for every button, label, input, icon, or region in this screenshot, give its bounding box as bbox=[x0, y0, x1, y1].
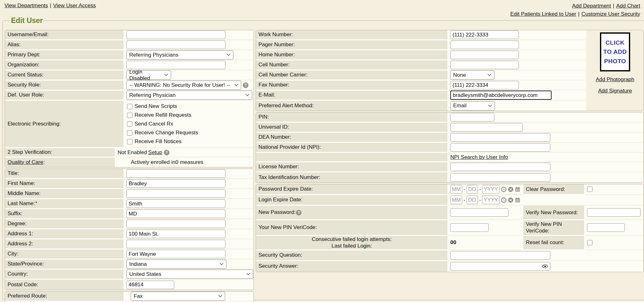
fax-number-input[interactable] bbox=[450, 81, 519, 89]
email-label: E-Mail: bbox=[256, 91, 448, 101]
security-question-input[interactable] bbox=[450, 251, 550, 260]
def-user-role-select[interactable]: Referring Physician bbox=[126, 91, 252, 100]
clear-password-label: Clear Password: bbox=[522, 184, 585, 195]
npi-search-link[interactable]: NPI Search by User Info bbox=[450, 154, 508, 160]
receive-change-requests-checkbox[interactable] bbox=[127, 130, 132, 136]
address1-input[interactable] bbox=[126, 230, 225, 238]
top-right-links: Add Department|Add Chart Edit Patients L… bbox=[510, 2, 640, 18]
verify-new-password-input[interactable] bbox=[587, 208, 641, 217]
send-new-scripts-checkbox[interactable] bbox=[127, 104, 132, 109]
preferred-route-select[interactable]: Fax bbox=[131, 292, 225, 301]
two-step-setup-link[interactable]: Setup bbox=[148, 149, 162, 156]
email-input[interactable] bbox=[450, 91, 552, 100]
city-input[interactable] bbox=[126, 250, 225, 258]
first-name-input[interactable] bbox=[126, 179, 225, 188]
time-icon[interactable] bbox=[501, 197, 507, 203]
npi-input[interactable] bbox=[450, 143, 550, 152]
chevron-down-icon bbox=[218, 295, 222, 298]
link-separator: | bbox=[613, 3, 614, 9]
postal-input[interactable] bbox=[126, 281, 174, 289]
def-user-role-row: Def. User Role: Referring Physician bbox=[5, 91, 253, 101]
add-signature-link[interactable]: Add Signature bbox=[598, 88, 632, 94]
view-departments-link[interactable]: View Departments bbox=[4, 3, 48, 8]
first-name-row: First Name: bbox=[5, 179, 253, 189]
pin-input[interactable] bbox=[450, 113, 494, 121]
add-department-link[interactable]: Add Department bbox=[572, 3, 611, 9]
middle-name-input[interactable] bbox=[126, 189, 225, 198]
country-select[interactable]: United States bbox=[126, 270, 253, 279]
add-photograph-link[interactable]: Add Photograph bbox=[596, 76, 634, 83]
current-status-row: Current Status: Login Disabled bbox=[5, 70, 253, 81]
username-input[interactable] bbox=[126, 31, 225, 39]
title-label: Title: bbox=[5, 169, 125, 179]
fax-number-row: Fax Number: bbox=[256, 81, 586, 91]
license-number-input[interactable] bbox=[450, 163, 550, 171]
view-user-access-link[interactable]: View User Access bbox=[53, 3, 96, 8]
cell-number-input[interactable] bbox=[450, 61, 519, 69]
new-pin-vericode-input[interactable] bbox=[450, 223, 489, 232]
primary-dept-selected: Referring Physicians bbox=[129, 52, 178, 58]
cell-carrier-selected: None bbox=[453, 72, 466, 78]
pager-number-input[interactable] bbox=[450, 41, 519, 49]
current-status-label: Current Status: bbox=[5, 70, 125, 81]
calendar-icon[interactable] bbox=[515, 197, 520, 203]
chevron-down-icon bbox=[234, 84, 238, 87]
dea-number-input[interactable] bbox=[450, 133, 550, 142]
quality-of-care-link[interactable]: Quality of Care bbox=[8, 159, 43, 165]
receive-fill-notices-checkbox[interactable] bbox=[127, 139, 132, 144]
preferred-route-label: Preferred Route: bbox=[5, 292, 125, 302]
login-expire-dd-input[interactable] bbox=[467, 196, 478, 204]
time-icon[interactable] bbox=[501, 187, 507, 192]
send-cancel-rx-checkbox[interactable] bbox=[127, 121, 132, 127]
photo-placeholder-line: PHOTO bbox=[604, 57, 626, 66]
suffix-row: Suffix: bbox=[5, 209, 253, 219]
title-input[interactable] bbox=[126, 169, 225, 178]
state-select[interactable]: Indiana bbox=[126, 260, 226, 269]
password-expire-yyyy-input[interactable] bbox=[482, 185, 500, 193]
tax-id-label: Tax Identification Number: bbox=[256, 172, 448, 182]
add-photo-button[interactable]: CLICK TO ADD PHOTO bbox=[600, 32, 630, 71]
account-box: Username/Email: Alias: Primary Dept: Ref… bbox=[5, 30, 254, 167]
help-icon[interactable]: ? bbox=[242, 82, 249, 88]
primary-dept-select[interactable]: Referring Physicians bbox=[126, 50, 233, 59]
new-password-label: New Password: ? bbox=[256, 206, 448, 220]
address2-input[interactable] bbox=[126, 240, 225, 248]
cell-carrier-select[interactable]: None bbox=[450, 70, 494, 80]
show-password-icon[interactable] bbox=[542, 264, 548, 268]
login-expire-mm-input[interactable] bbox=[450, 196, 462, 204]
organization-input[interactable] bbox=[126, 61, 225, 69]
help-icon[interactable]: ? bbox=[164, 149, 170, 156]
degree-label: Degree: bbox=[5, 219, 125, 229]
security-box: Password Expire Date: - - Clear Password… bbox=[256, 184, 644, 272]
current-status-select[interactable]: Login Disabled bbox=[126, 70, 171, 80]
alias-input[interactable] bbox=[126, 41, 225, 49]
tax-id-input[interactable] bbox=[450, 173, 550, 182]
security-role-select[interactable]: -- WARNING: No Security Role for User! -… bbox=[126, 81, 241, 90]
clear-date-icon[interactable] bbox=[508, 197, 514, 203]
degree-input[interactable] bbox=[126, 220, 225, 228]
calendar-icon[interactable] bbox=[515, 187, 520, 192]
help-icon[interactable]: ? bbox=[296, 210, 302, 216]
alert-method-select[interactable]: Email bbox=[450, 101, 495, 110]
security-answer-label: Security Answer: bbox=[256, 261, 448, 272]
login-expire-yyyy-input[interactable] bbox=[482, 196, 500, 204]
verify-new-pin-vericode-input[interactable] bbox=[587, 223, 625, 232]
add-chart-link[interactable]: Add Chart bbox=[616, 3, 640, 9]
preferred-route-selected: Fax bbox=[134, 293, 142, 299]
security-answer-input[interactable] bbox=[450, 262, 550, 271]
postal-label: Postal Code: bbox=[5, 280, 125, 290]
new-password-input[interactable] bbox=[450, 208, 508, 217]
home-number-input[interactable] bbox=[450, 51, 519, 59]
reset-fail-count-checkbox[interactable] bbox=[587, 240, 592, 245]
password-expire-dd-input[interactable] bbox=[467, 185, 478, 193]
clear-password-checkbox[interactable] bbox=[587, 187, 592, 192]
work-number-input[interactable] bbox=[450, 31, 519, 39]
universal-id-input[interactable] bbox=[450, 123, 523, 131]
security-role-row: Security Role: -- WARNING: No Security R… bbox=[5, 81, 253, 91]
username-row: Username/Email: bbox=[5, 30, 253, 40]
suffix-input[interactable] bbox=[126, 210, 225, 218]
clear-date-icon[interactable] bbox=[508, 187, 514, 192]
receive-refill-requests-checkbox[interactable] bbox=[127, 113, 132, 118]
password-expire-mm-input[interactable] bbox=[450, 185, 462, 193]
last-name-input[interactable] bbox=[126, 199, 225, 208]
